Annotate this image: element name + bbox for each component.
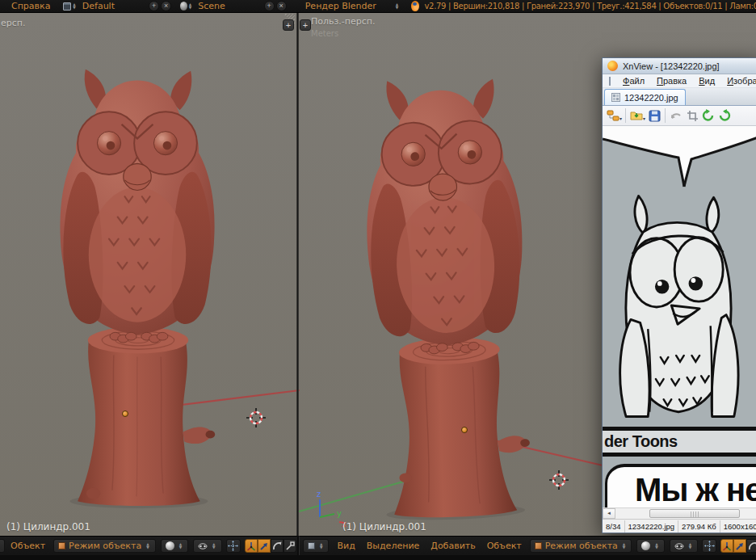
menu-edit[interactable]: Правка <box>657 76 687 86</box>
expand-properties-region-button[interactable]: + <box>283 19 294 31</box>
toolbar-divider <box>625 108 626 123</box>
object-mode-icon <box>58 542 65 549</box>
move-dashed-icon <box>228 541 238 551</box>
menu-add[interactable]: Добавить <box>425 541 481 551</box>
close-layout-button[interactable]: × <box>161 1 171 11</box>
chevron-down-icon[interactable]: ▾ <box>620 116 622 121</box>
axis-z-label: z <box>317 490 321 499</box>
tab-label: 12342220.jpg <box>624 93 678 103</box>
pivot-point-select[interactable] <box>193 539 221 553</box>
rotate-left-button[interactable] <box>700 107 716 124</box>
horizontal-scrollbar[interactable]: ◄ <box>603 507 756 519</box>
layout-updown-icon[interactable] <box>73 3 75 10</box>
menu-view[interactable]: Вид <box>331 541 360 551</box>
image-canvas[interactable]: der Toons Мы ж не <box>603 126 756 507</box>
document-icon <box>609 77 611 86</box>
cursor-3d[interactable] <box>246 407 267 428</box>
manipulator-toggle-button[interactable] <box>720 539 733 553</box>
open-button[interactable] <box>628 107 645 124</box>
viewport-shading-select[interactable] <box>161 539 188 553</box>
viewport-shading-select[interactable] <box>636 539 664 553</box>
pivot-point-select[interactable] <box>670 539 698 553</box>
translate-arrow-icon <box>734 541 746 552</box>
menu-select[interactable]: Выделение <box>361 541 426 551</box>
translate-arrow-icon <box>258 541 270 552</box>
status-filename: 12342220.jpg <box>625 520 679 533</box>
status-filesize: 279.94 Кб <box>678 520 720 533</box>
menu-object[interactable]: Объект <box>5 541 51 551</box>
scene-icon <box>180 2 187 11</box>
toolbar-divider <box>665 108 666 123</box>
blender-info-header: Справка Default + × Scene + × Рендер Ble… <box>0 0 756 13</box>
expand-toolshelf-region-button[interactable]: + <box>300 19 311 31</box>
updown-icon <box>179 543 182 549</box>
axis-tripod-icon <box>721 541 733 552</box>
window-title: XnView - [12342220.jpg] <box>623 61 720 71</box>
screen-layout-select[interactable]: Default <box>78 1 120 11</box>
translate-manipulator-button[interactable] <box>733 539 746 553</box>
rotate-arc-icon <box>747 541 756 552</box>
owl-model-middle[interactable] <box>338 71 555 524</box>
xnview-tabbar: 12342220.jpg <box>603 88 756 106</box>
image-tab[interactable]: 12342220.jpg <box>604 89 686 105</box>
mode-select[interactable]: Режим объекта <box>53 539 156 553</box>
chevron-down-icon[interactable]: ▾ <box>643 116 645 121</box>
manipulator-buttons <box>245 539 296 553</box>
updown-icon <box>655 543 657 549</box>
engine-updown-icon[interactable] <box>396 3 398 10</box>
scroll-left-button[interactable]: ◄ <box>603 508 615 519</box>
editor-type-select[interactable] <box>303 539 329 553</box>
rotate-manipulator-button[interactable] <box>746 539 756 553</box>
active-object-label-middle: (1) Цилиндр.001 <box>342 521 426 533</box>
crop-button[interactable] <box>684 107 700 124</box>
plus-icon: + <box>152 2 156 10</box>
updown-icon <box>689 543 691 549</box>
screen-layout-icon <box>63 2 71 11</box>
rotate-right-button[interactable] <box>716 107 733 124</box>
viewport-units-label: Meters <box>311 29 338 38</box>
bottom-bar: Объект Режим объекта <box>0 536 756 560</box>
scrollbar-thumb[interactable] <box>649 509 740 518</box>
scene-select[interactable]: Scene <box>193 1 230 11</box>
save-button[interactable] <box>646 107 662 124</box>
viewport-divider[interactable] <box>296 13 299 536</box>
menu-image[interactable]: Изображение <box>727 76 756 86</box>
xnview-window[interactable]: XnView - [12342220.jpg] Файл Правка Вид … <box>602 57 756 533</box>
mode-label: Режим объекта <box>69 541 141 551</box>
status-dimensions: 1600x1600x24, <box>720 520 756 533</box>
manipulator-toggle-button[interactable] <box>245 539 258 553</box>
manipulate-centers-toggle[interactable] <box>702 539 716 553</box>
plus-icon: + <box>303 20 308 30</box>
owl-model-left[interactable] <box>42 65 233 509</box>
mode-label: Режим объекта <box>545 541 618 551</box>
browser-button[interactable] <box>605 107 621 124</box>
mode-select[interactable]: Режим объекта <box>530 539 632 553</box>
xnview-titlebar[interactable]: XnView - [12342220.jpg] <box>603 58 756 74</box>
cartoon-owl-drawing <box>604 184 753 427</box>
shading-sphere-icon <box>641 541 650 550</box>
rotate-manipulator-button[interactable] <box>271 539 284 553</box>
menu-file[interactable]: Файл <box>623 76 645 86</box>
add-scene-button[interactable]: + <box>264 1 275 11</box>
blender-logo-icon <box>411 1 419 11</box>
editor-3dview-icon <box>308 542 315 549</box>
scene-updown-icon[interactable] <box>189 3 191 10</box>
plus-icon: + <box>286 20 291 30</box>
add-layout-button[interactable]: + <box>149 1 159 11</box>
scale-manipulator-button[interactable] <box>284 539 296 553</box>
render-engine-select[interactable]: Рендер Blender <box>300 1 381 11</box>
rotate-arc-icon <box>271 541 283 552</box>
close-scene-button[interactable]: × <box>276 1 287 11</box>
undo-button[interactable] <box>668 107 684 124</box>
updown-icon <box>320 543 322 549</box>
active-object-label-left: (1) Цилиндр.001 <box>6 521 90 533</box>
translate-manipulator-button[interactable] <box>258 539 271 553</box>
menu-object[interactable]: Объект <box>481 541 527 551</box>
menu-help[interactable]: Справка <box>6 1 55 11</box>
watermark-band: der Toons <box>603 427 756 457</box>
cursor-3d[interactable] <box>548 469 569 491</box>
viewport-middle-label: Польз.-персп. <box>311 16 376 27</box>
manipulate-centers-toggle[interactable] <box>226 539 241 553</box>
updown-icon <box>212 543 215 549</box>
menu-view[interactable]: Вид <box>699 76 715 86</box>
